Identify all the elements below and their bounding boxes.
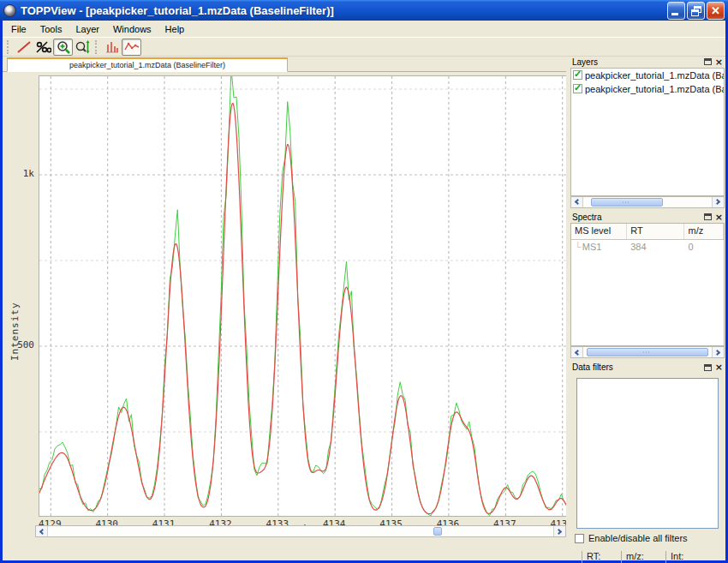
float-panel-icon[interactable]: [704, 364, 712, 371]
scrollbar-thumb[interactable]: [433, 527, 442, 536]
scrollbar-thumb[interactable]: [591, 198, 663, 207]
status-int: Int:: [665, 551, 710, 563]
layer-checkbox[interactable]: [573, 84, 582, 93]
zoom-mode-button[interactable]: [53, 39, 73, 56]
close-panel-icon[interactable]: ×: [715, 213, 723, 221]
zoom-mode-icon: [57, 40, 70, 54]
spectra-table[interactable]: MS levelRTm/z └MS13840: [570, 223, 725, 347]
status-mz: m/z:: [621, 551, 665, 563]
raw-data-view-button[interactable]: [122, 39, 141, 56]
scroll-right-icon[interactable]: [712, 347, 724, 357]
scroll-left-icon[interactable]: [36, 526, 48, 536]
spectra-panel-header: Spectra ×: [570, 212, 725, 223]
scroll-left-icon[interactable]: [571, 347, 583, 357]
scroll-right-icon[interactable]: [553, 526, 565, 536]
status-rt: RT:: [582, 551, 621, 563]
layer-item[interactable]: peakpicker_tutorial_1.mzData (BaselineFi…: [571, 82, 724, 96]
spectra-cell: 384: [627, 240, 684, 254]
column-header-rt[interactable]: RT: [627, 224, 684, 239]
toolbar-separator: [95, 40, 99, 54]
peaks-view-icon: [105, 41, 119, 53]
restore-button[interactable]: [687, 2, 705, 20]
column-header-ms-level[interactable]: MS level: [571, 224, 627, 239]
spectra-scrollbar[interactable]: [570, 346, 725, 358]
menu-item-help[interactable]: Help: [158, 21, 192, 37]
toolbar-handle[interactable]: [7, 40, 11, 54]
layers-panel-header: Layers ×: [570, 57, 725, 68]
tab-spectrum[interactable]: peakpicker_tutorial_1.mzData (BaselineFi…: [7, 57, 288, 72]
data-filters-panel-title: Data filters: [572, 362, 704, 372]
scrollbar-thumb[interactable]: [587, 348, 708, 356]
scroll-right-icon[interactable]: [712, 197, 724, 207]
zoom-axes-icon: [75, 40, 91, 54]
minimize-icon: [671, 13, 678, 15]
app-icon[interactable]: [3, 4, 16, 17]
spectrum-canvas[interactable]: [39, 75, 566, 517]
peaks-view-button[interactable]: [102, 39, 122, 56]
series-filtered-data: [39, 104, 566, 514]
menu-item-tools[interactable]: Tools: [33, 21, 69, 37]
series-raw-data: [39, 75, 566, 516]
layers-scrollbar[interactable]: [570, 196, 725, 208]
plot-horizontal-scrollbar[interactable]: [35, 525, 566, 537]
layer-item[interactable]: peakpicker_tutorial_1.mzData (BaselineFi…: [571, 69, 724, 82]
data-filters-list[interactable]: [576, 378, 719, 529]
spectra-table-header[interactable]: MS levelRTm/z: [571, 224, 724, 240]
column-header-m-z[interactable]: m/z: [684, 224, 724, 239]
layers-list[interactable]: peakpicker_tutorial_1.mzData (BaselineFi…: [570, 68, 725, 196]
close-panel-icon[interactable]: ×: [715, 58, 723, 66]
spectra-cell: 0: [684, 240, 724, 254]
y-tick-label: 1k: [3, 168, 34, 179]
reset-zoom-icon: [17, 41, 31, 53]
spectra-panel-title: Spectra: [572, 213, 704, 222]
enable-filters-row: Enable/disable all filters: [575, 533, 725, 543]
tab-bar: peakpicker_tutorial_1.mzData (BaselineFi…: [3, 57, 566, 72]
close-button[interactable]: ✕: [707, 2, 725, 20]
float-panel-icon[interactable]: [704, 213, 712, 220]
data-filters-panel-header: Data filters ×: [570, 362, 725, 373]
status-bar: RT:m/z:Int:: [570, 549, 725, 563]
minimize-button[interactable]: [667, 2, 685, 20]
layer-label: peakpicker_tutorial_1.mzData (BaselineFi…: [585, 84, 724, 94]
toppview-window: TOPPView - [peakpicker_tutorial_1.mzData…: [0, 0, 728, 563]
layer-label: peakpicker_tutorial_1.mzData (BaselineFi…: [585, 70, 724, 81]
window-title: TOPPView - [peakpicker_tutorial_1.mzData…: [21, 4, 667, 17]
spectrum-plot-area[interactable]: Intensity m/z 41294130413141324133413441…: [3, 72, 566, 534]
layer-checkbox[interactable]: [573, 70, 582, 80]
scroll-left-icon[interactable]: [571, 197, 583, 207]
menu-bar: FileToolsLayerWindowsHelp: [3, 21, 725, 38]
enable-filters-label: Enable/disable all filters: [588, 533, 688, 543]
enable-filters-checkbox[interactable]: [575, 534, 584, 543]
float-panel-icon[interactable]: [704, 58, 712, 65]
menu-item-file[interactable]: File: [4, 21, 33, 37]
toolbar: [3, 38, 725, 57]
intensity-percentage-icon: [36, 41, 51, 53]
raw-data-view-icon: [124, 41, 140, 53]
layers-panel-title: Layers: [572, 57, 704, 67]
close-icon: ✕: [707, 3, 724, 19]
menu-item-layer[interactable]: Layer: [69, 21, 106, 37]
reset-zoom-button[interactable]: [14, 39, 33, 56]
y-axis-label: Intensity: [9, 302, 21, 361]
spectra-row[interactable]: └MS13840: [571, 240, 724, 254]
y-tick-label: 500: [3, 339, 34, 350]
zoom-axes-button[interactable]: [73, 39, 92, 56]
title-bar: TOPPView - [peakpicker_tutorial_1.mzData…: [0, 0, 728, 21]
spectra-cell: └MS1: [571, 240, 627, 254]
intensity-percentage-button[interactable]: [33, 39, 53, 56]
menu-item-windows[interactable]: Windows: [106, 21, 158, 37]
close-panel-icon[interactable]: ×: [715, 363, 723, 371]
